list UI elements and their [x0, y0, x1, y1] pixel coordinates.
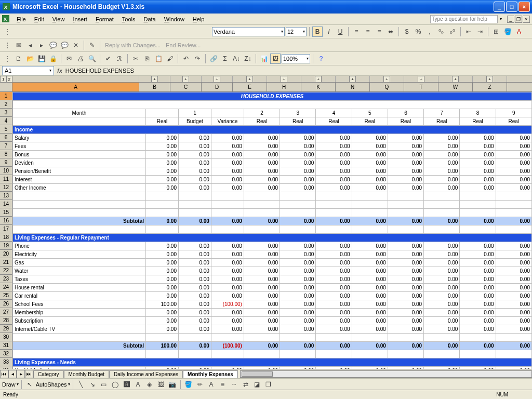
sort-desc-button[interactable]: Z↓ — [243, 54, 253, 64]
italic-button[interactable]: I — [324, 26, 334, 37]
redo-button[interactable]: ↷ — [192, 54, 203, 64]
sheet-tab-monthly-budget[interactable]: Monthly Budget — [64, 370, 110, 378]
row-header-22[interactable]: 22 — [0, 267, 12, 275]
tab-last-button[interactable]: ⏭ — [25, 370, 33, 378]
horizontal-scrollbar[interactable] — [240, 370, 532, 378]
textbox-button[interactable]: 🅰 — [122, 379, 132, 390]
column-header-Z[interactable]: Z — [473, 83, 507, 91]
increase-decimal-button[interactable]: ⁰₀ — [436, 26, 446, 37]
menu-window[interactable]: Window — [160, 15, 189, 23]
column-header-N[interactable]: N — [336, 83, 370, 91]
row-header-6[interactable]: 6 — [0, 134, 12, 142]
row-header-8[interactable]: 8 — [0, 150, 12, 158]
row-header-26[interactable]: 26 — [0, 300, 12, 308]
font-select[interactable]: Verdana▾ — [212, 27, 285, 36]
row-header-1[interactable]: 1 — [0, 92, 12, 100]
column-header-A[interactable]: A — [12, 83, 139, 91]
fx-button[interactable]: fx — [57, 68, 62, 74]
borders-button[interactable]: ⊞ — [491, 26, 501, 37]
delete-comment-button[interactable]: ✕ — [71, 40, 81, 50]
row-header-10[interactable]: 10 — [0, 167, 12, 175]
menu-file[interactable]: File — [12, 15, 30, 23]
show-comment-button[interactable]: 💬 — [48, 40, 58, 50]
column-header-D[interactable]: D — [202, 83, 233, 91]
spreadsheet-grid[interactable]: 1 2 +++++++++++ ABCDEHKNQTWZ 12345678910… — [0, 76, 532, 369]
font-color-button[interactable]: A — [514, 26, 524, 37]
tab-next-button[interactable]: ▸ — [17, 370, 25, 378]
column-header-C[interactable]: C — [170, 83, 202, 91]
draw-menu[interactable]: Draw — [2, 381, 16, 388]
print-button[interactable]: 🖨 — [75, 54, 86, 64]
outline-expand-icon[interactable]: + — [214, 76, 220, 83]
column-header-T[interactable]: T — [404, 83, 438, 91]
new-comment-button[interactable]: ✉ — [14, 40, 24, 50]
bold-button[interactable]: B — [312, 26, 323, 37]
tab-prev-button[interactable]: ◂ — [8, 370, 17, 378]
column-header-E[interactable]: E — [233, 83, 267, 91]
zoom-select[interactable]: 100%▾ — [282, 54, 310, 63]
menu-data[interactable]: Data — [139, 15, 159, 23]
ink-button[interactable]: ✎ — [87, 40, 97, 50]
permissions-button[interactable]: 🔒 — [48, 54, 58, 64]
row-header-34[interactable]: 34 — [0, 366, 12, 369]
menu-edit[interactable]: Edit — [30, 15, 48, 23]
outline-expand-icon[interactable]: + — [182, 76, 189, 83]
show-all-comments-button[interactable]: 💬 — [59, 40, 70, 50]
arrow-button[interactable]: ↘ — [87, 379, 98, 390]
percent-button[interactable]: % — [413, 26, 423, 37]
copy-button[interactable]: ⎘ — [142, 54, 152, 64]
wordart-button[interactable]: A — [133, 379, 143, 390]
spell-check-button[interactable]: ✔ — [103, 54, 113, 64]
row-header-20[interactable]: 20 — [0, 250, 12, 258]
undo-button[interactable]: ↶ — [181, 54, 191, 64]
outline-expand-icon[interactable]: + — [486, 76, 493, 83]
menu-view[interactable]: View — [48, 15, 69, 23]
align-center-button[interactable]: ≡ — [363, 26, 373, 37]
line-button[interactable]: ╲ — [76, 379, 86, 390]
fill-color-button[interactable]: 🪣 — [502, 26, 513, 37]
prev-comment-button[interactable]: ◂ — [25, 40, 35, 50]
help-button[interactable]: ? — [316, 54, 326, 64]
name-box[interactable]: A1▾ — [2, 66, 54, 75]
row-header-9[interactable]: 9 — [0, 158, 12, 167]
outline-expand-icon[interactable]: + — [349, 76, 356, 83]
comma-button[interactable]: , — [424, 26, 435, 37]
select-all-cell[interactable] — [0, 83, 12, 91]
row-header-17[interactable]: 17 — [0, 225, 12, 233]
formula-value[interactable]: HOUSEHOLD EXPENSES — [65, 68, 532, 74]
row-header-28[interactable]: 28 — [0, 316, 12, 325]
doc-minimize-button[interactable]: _ — [507, 16, 514, 23]
font-color-shape-button[interactable]: A — [206, 379, 217, 390]
rectangle-button[interactable]: ▭ — [99, 379, 109, 390]
row-header-24[interactable]: 24 — [0, 283, 12, 291]
save-button[interactable]: 💾 — [36, 54, 47, 64]
select-objects-button[interactable]: ↖ — [24, 379, 35, 390]
row-header-25[interactable]: 25 — [0, 291, 12, 300]
toolbar-handle-icon[interactable]: ⋮ — [2, 40, 12, 50]
menu-help[interactable]: Help — [189, 15, 209, 23]
decrease-decimal-button[interactable]: ₀⁰ — [447, 26, 458, 37]
email-button[interactable]: ✉ — [64, 54, 74, 64]
outline-expand-icon[interactable]: + — [383, 76, 390, 83]
row-header-14[interactable]: 14 — [0, 200, 12, 208]
outline-expand-icon[interactable]: + — [452, 76, 459, 83]
arrow-style-button[interactable]: ⇄ — [241, 379, 251, 390]
paste-button[interactable]: 📋 — [153, 54, 164, 64]
oval-button[interactable]: ◯ — [110, 379, 121, 390]
new-button[interactable]: 🗋 — [14, 54, 24, 64]
cut-button[interactable]: ✂ — [130, 54, 141, 64]
row-header-5[interactable]: 5 — [0, 125, 12, 134]
row-header-16[interactable]: 16 — [0, 217, 12, 225]
help-dropdown-icon[interactable]: ▾ — [500, 17, 502, 21]
tab-first-button[interactable]: ⏮ — [0, 370, 8, 378]
underline-button[interactable]: U — [335, 26, 345, 37]
open-button[interactable]: 📂 — [25, 54, 35, 64]
menu-format[interactable]: Format — [91, 15, 118, 23]
outline-expand-icon[interactable]: + — [151, 76, 158, 83]
sheet-tab-monthly-expenses[interactable]: Monthly Expenses — [183, 370, 238, 378]
line-style-button[interactable]: ≡ — [218, 379, 228, 390]
column-header-Q[interactable]: Q — [370, 83, 404, 91]
autoshapes-menu[interactable]: AutoShapes — [36, 381, 67, 388]
row-header-12[interactable]: 12 — [0, 183, 12, 192]
menu-tools[interactable]: Tools — [118, 15, 140, 23]
